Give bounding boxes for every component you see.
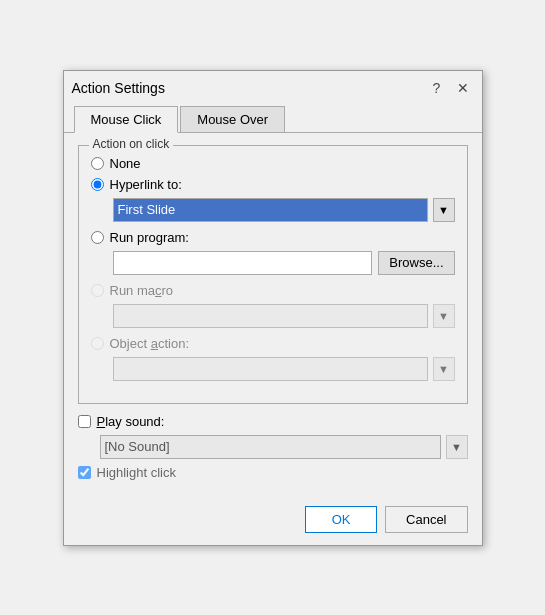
run-program-input[interactable] [113, 251, 373, 275]
chevron-down-icon: ▼ [438, 204, 449, 216]
hyperlink-radio[interactable] [91, 178, 104, 191]
object-action-control: ▼ [113, 357, 455, 381]
tab-mouse-click[interactable]: Mouse Click [74, 106, 179, 133]
run-macro-dropdown[interactable] [113, 304, 428, 328]
none-radio-row: None [91, 156, 455, 171]
run-program-label[interactable]: Run program: [110, 230, 189, 245]
action-settings-dialog: Action Settings ? ✕ Mouse Click Mouse Ov… [63, 70, 483, 546]
browse-button[interactable]: Browse... [378, 251, 454, 275]
chevron-down-icon: ▼ [438, 310, 449, 322]
none-radio[interactable] [91, 157, 104, 170]
play-sound-row: Play sound: [78, 414, 468, 429]
close-button[interactable]: ✕ [452, 77, 474, 99]
none-label[interactable]: None [110, 156, 141, 171]
hyperlink-label[interactable]: Hyperlink to: [110, 177, 182, 192]
hyperlink-radio-row: Hyperlink to: [91, 177, 455, 192]
object-action-radio-row: Object action: [91, 336, 455, 351]
hyperlink-dropdown[interactable]: First Slide [113, 198, 428, 222]
highlight-click-row: Highlight click [78, 465, 468, 480]
play-sound-label[interactable]: Play sound: [97, 414, 165, 429]
play-sound-control: [No Sound] ▼ [100, 435, 468, 459]
chevron-down-icon: ▼ [451, 441, 462, 453]
hyperlink-control: First Slide ▼ [113, 198, 455, 222]
highlight-click-checkbox[interactable] [78, 466, 91, 479]
title-bar: Action Settings ? ✕ [64, 71, 482, 99]
object-action-dropdown-btn[interactable]: ▼ [433, 357, 455, 381]
dialog-body: Action on click None Hyperlink to: First… [64, 132, 482, 498]
hyperlink-dropdown-btn[interactable]: ▼ [433, 198, 455, 222]
run-program-radio-row: Run program: [91, 230, 455, 245]
run-macro-label: Run macro [110, 283, 174, 298]
play-sound-checkbox[interactable] [78, 415, 91, 428]
tab-mouse-over[interactable]: Mouse Over [180, 106, 285, 133]
sound-dropdown-btn[interactable]: ▼ [446, 435, 468, 459]
footer: OK Cancel [64, 498, 482, 545]
cancel-button[interactable]: Cancel [385, 506, 467, 533]
sound-dropdown[interactable]: [No Sound] [100, 435, 441, 459]
ok-button[interactable]: OK [305, 506, 377, 533]
run-program-control: Browse... [113, 251, 455, 275]
run-macro-control: ▼ [113, 304, 455, 328]
run-program-radio[interactable] [91, 231, 104, 244]
action-on-click-group: Action on click None Hyperlink to: First… [78, 145, 468, 404]
dialog-title: Action Settings [72, 80, 165, 96]
run-macro-radio-row: Run macro [91, 283, 455, 298]
chevron-down-icon: ▼ [438, 363, 449, 375]
run-macro-dropdown-btn[interactable]: ▼ [433, 304, 455, 328]
object-action-label: Object action: [110, 336, 190, 351]
tabs-row: Mouse Click Mouse Over [64, 99, 482, 132]
object-action-radio[interactable] [91, 337, 104, 350]
highlight-click-label[interactable]: Highlight click [97, 465, 176, 480]
help-button[interactable]: ? [426, 77, 448, 99]
group-label: Action on click [89, 137, 174, 151]
title-bar-buttons: ? ✕ [426, 77, 474, 99]
object-action-dropdown[interactable] [113, 357, 428, 381]
run-macro-radio[interactable] [91, 284, 104, 297]
